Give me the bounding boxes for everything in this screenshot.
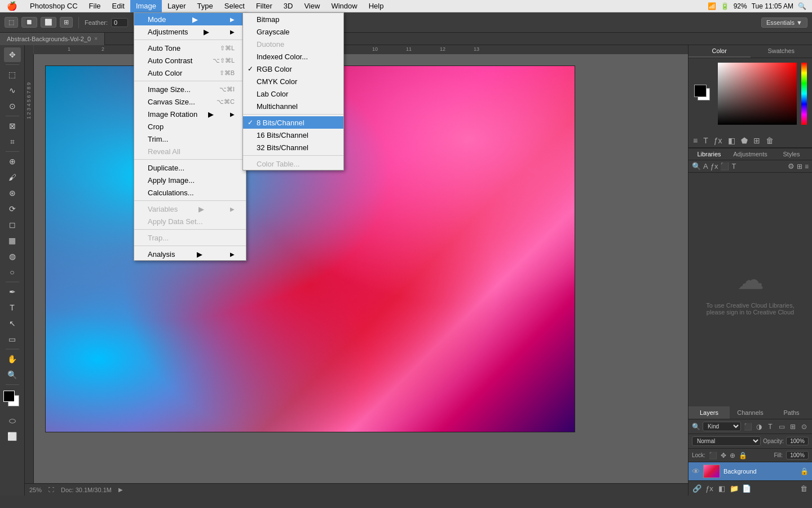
submenu-32bits[interactable]: 32 Bits/Channel xyxy=(243,141,343,154)
menu-item-mode[interactable]: Mode ▶ xyxy=(134,13,246,25)
tool-hand[interactable]: ✋ xyxy=(4,352,21,366)
libs-add-icon[interactable]: A xyxy=(703,162,708,170)
link-layers-icon[interactable]: 🔗 xyxy=(692,483,702,493)
icon-mask[interactable]: ⬟ xyxy=(740,135,749,146)
fg-swatch[interactable] xyxy=(694,85,707,97)
menu-view[interactable]: View xyxy=(298,0,325,12)
submenu-cmyk-color[interactable]: CMYK Color xyxy=(243,75,343,87)
tool-marquee[interactable]: ⬚ xyxy=(4,67,21,82)
search-icon[interactable]: 🔍 xyxy=(798,2,806,10)
lock-artboard-icon[interactable]: ⊕ xyxy=(730,452,735,459)
tool-screenmode[interactable]: ⬜ xyxy=(4,429,21,444)
tool-heal[interactable]: ⊕ xyxy=(4,154,21,169)
layer-background[interactable]: 👁 Background 🔒 xyxy=(689,462,812,480)
tab-channels[interactable]: Channels xyxy=(730,406,771,419)
canvas-scroll[interactable] xyxy=(34,54,688,483)
tool-eraser[interactable]: ◻ xyxy=(4,217,21,232)
menu-image[interactable]: Image xyxy=(130,0,162,12)
menu-item-analysis[interactable]: Analysis ▶ xyxy=(134,248,246,260)
tool-lasso[interactable]: ∿ xyxy=(4,83,21,98)
libs-list-view[interactable]: ≡ xyxy=(805,163,809,170)
menu-item-image-rotation[interactable]: Image Rotation ▶ xyxy=(134,108,246,120)
tool-text[interactable]: T xyxy=(4,300,21,315)
tab-adjustments[interactable]: Adjustments xyxy=(730,148,771,160)
lock-all-icon[interactable]: 🔒 xyxy=(739,452,747,459)
menu-item-auto-tone[interactable]: Auto Tone ⇧⌘L xyxy=(134,42,246,54)
submenu-16bits[interactable]: 16 Bits/Channel xyxy=(243,129,343,141)
tool-history[interactable]: ⟳ xyxy=(4,202,21,216)
layers-pixel-icon[interactable]: ⬛ xyxy=(743,422,752,431)
blend-mode-select[interactable]: Normal xyxy=(692,436,761,446)
new-group-icon[interactable]: 📁 xyxy=(729,483,739,493)
menu-item-canvas-size[interactable]: Canvas Size... ⌥⌘C xyxy=(134,95,246,108)
menu-edit[interactable]: Edit xyxy=(107,0,130,12)
toolbar-tool-1[interactable]: ⬚ xyxy=(5,17,18,28)
menu-item-calculations[interactable]: Calculations... xyxy=(134,186,246,199)
lock-pixels-icon[interactable]: ⬛ xyxy=(709,452,717,459)
layers-adjustment-icon[interactable]: ◑ xyxy=(754,422,764,431)
color-hue-bar[interactable] xyxy=(801,63,807,125)
layers-smartobj-icon[interactable]: ⊞ xyxy=(788,422,797,431)
tool-path-select[interactable]: ↖ xyxy=(4,316,21,331)
menu-item-crop[interactable]: Crop xyxy=(134,120,246,133)
submenu-8bits[interactable]: ✓ 8 Bits/Channel xyxy=(243,116,343,129)
menu-3d[interactable]: 3D xyxy=(278,0,299,12)
tool-pen[interactable]: ✒ xyxy=(4,284,21,299)
toolbar-tool-2[interactable]: 🔲 xyxy=(21,17,37,28)
menu-photoshop[interactable]: Photoshop CC xyxy=(24,0,83,12)
icon-text[interactable]: T xyxy=(702,135,709,146)
submenu-rgb-color[interactable]: ✓ RGB Color xyxy=(243,63,343,75)
icon-fx[interactable]: ƒx xyxy=(713,135,723,146)
expand-icon[interactable]: ▶ xyxy=(118,487,123,493)
menu-item-auto-contrast[interactable]: Auto Contrast ⌥⇧⌘L xyxy=(134,54,246,67)
search-icon[interactable]: 🔍 xyxy=(692,162,701,170)
tab-swatches[interactable]: Swatches xyxy=(751,45,813,58)
submenu-multichannel[interactable]: Multichannel xyxy=(243,100,343,112)
opacity-input[interactable] xyxy=(786,437,809,445)
menu-file[interactable]: File xyxy=(83,0,107,12)
layers-filter-toggle[interactable]: ⊙ xyxy=(800,422,809,431)
tab-color[interactable]: Color xyxy=(689,45,751,58)
layers-kind-select[interactable]: Kind xyxy=(703,422,741,431)
layers-shape-icon[interactable]: ▭ xyxy=(777,422,786,431)
layer-visibility-icon[interactable]: 👁 xyxy=(692,467,700,476)
menu-filter[interactable]: Filter xyxy=(250,0,278,12)
tab-layers[interactable]: Layers xyxy=(689,406,730,419)
add-style-icon[interactable]: ƒx xyxy=(704,483,714,493)
tool-shape[interactable]: ▭ xyxy=(4,332,21,347)
foreground-color[interactable] xyxy=(3,391,15,402)
submenu-bitmap[interactable]: Bitmap xyxy=(243,13,343,25)
libs-fx-icon[interactable]: ƒx xyxy=(710,162,718,170)
color-gradient-main[interactable] xyxy=(718,63,797,125)
toolbar-tool-4[interactable]: ⊞ xyxy=(60,17,73,28)
menu-type[interactable]: Type xyxy=(192,0,219,12)
tool-zoom[interactable]: 🔍 xyxy=(4,367,21,382)
menu-item-auto-color[interactable]: Auto Color ⇧⌘B xyxy=(134,67,246,79)
icon-delete[interactable]: 🗑 xyxy=(765,135,775,146)
apple-menu[interactable]: 🍎 xyxy=(0,1,24,11)
tool-dodge[interactable]: ○ xyxy=(4,265,21,279)
submenu-indexed-color[interactable]: Indexed Color... xyxy=(243,50,343,63)
feather-input[interactable] xyxy=(111,18,128,27)
essentials-button[interactable]: Essentials ▼ xyxy=(761,17,807,28)
menu-item-trim[interactable]: Trim... xyxy=(134,133,246,145)
menu-item-duplicate[interactable]: Duplicate... xyxy=(134,161,246,174)
menu-help[interactable]: Help xyxy=(363,0,390,12)
tool-gradient[interactable]: ▦ xyxy=(4,233,21,248)
menu-item-image-size[interactable]: Image Size... ⌥⌘I xyxy=(134,83,246,95)
menu-item-adjustments[interactable]: Adjustments ▶ xyxy=(134,25,246,38)
icon-new-layer[interactable]: ⊞ xyxy=(752,135,761,146)
submenu-lab-color[interactable]: Lab Color xyxy=(243,87,343,100)
tool-brush[interactable]: 🖌 xyxy=(4,170,21,185)
tool-quickmask[interactable]: ⬭ xyxy=(4,413,21,428)
libs-char-icon[interactable]: T xyxy=(731,162,736,170)
tool-stamp[interactable]: ⊛ xyxy=(4,186,21,200)
tool-eyedropper[interactable]: ⌗ xyxy=(4,134,21,149)
submenu-grayscale[interactable]: Grayscale xyxy=(243,25,343,38)
tab-styles[interactable]: Styles xyxy=(771,148,812,160)
fill-input[interactable] xyxy=(786,451,809,459)
tool-blur[interactable]: ◍ xyxy=(4,249,21,264)
toolbar-tool-3[interactable]: ⬜ xyxy=(41,17,56,28)
menu-layer[interactable]: Layer xyxy=(162,0,192,12)
tool-quickselect[interactable]: ⊙ xyxy=(4,99,21,113)
